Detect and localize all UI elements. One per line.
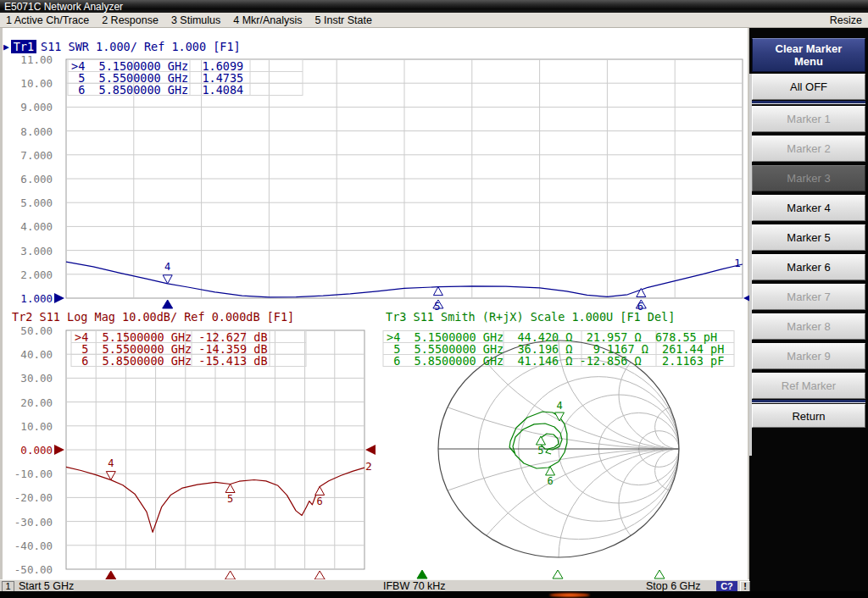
menu-stimulus[interactable]: 3 Stimulus xyxy=(171,14,220,26)
window-title: E5071C Network Analyzer xyxy=(4,1,123,13)
menu-active-ch-trace[interactable]: 1 Active Ch/Trace xyxy=(6,14,89,26)
softkey-return[interactable]: Return xyxy=(752,404,865,428)
calibration-status-badge: C? xyxy=(716,581,737,591)
menu-bar: 1 Active Ch/Trace 2 Response 3 Stimulus … xyxy=(0,13,868,28)
desktop-glow xyxy=(549,593,590,597)
sidebar-separator xyxy=(752,400,865,403)
softkey-marker-8[interactable]: Marker 8 xyxy=(752,313,865,340)
status-start-frequency: Start 5 GHz xyxy=(19,580,74,592)
instrument-display[interactable] xyxy=(0,28,749,579)
softkey-marker-2[interactable]: Marker 2 xyxy=(752,136,865,162)
menu-instr-state[interactable]: 5 Instr State xyxy=(315,14,372,26)
softkey-marker-1[interactable]: Marker 1 xyxy=(752,106,865,132)
softkey-marker-5[interactable]: Marker 5 xyxy=(752,224,865,251)
softkey-all-off[interactable]: All OFF xyxy=(752,74,865,100)
softkey-marker-4[interactable]: Marker 4 xyxy=(752,195,865,221)
instrument-screen: E5071C Network Analyzer 1 Active Ch/Trac… xyxy=(0,0,868,598)
softkey-sidebar: Clear MarkerMenu All OFFMarker 1Marker 2… xyxy=(749,28,868,598)
softkey-marker-7[interactable]: Marker 7 xyxy=(752,284,865,310)
softkey-ref-marker[interactable]: Ref Marker xyxy=(752,373,865,399)
window-titlebar: E5071C Network Analyzer xyxy=(0,0,868,13)
menu-resize[interactable]: Resize xyxy=(830,14,862,26)
sidebar-separator xyxy=(752,101,865,104)
softkey-marker-9[interactable]: Marker 9 xyxy=(752,343,865,369)
softkey-marker-6[interactable]: Marker 6 xyxy=(752,254,865,280)
menu-response[interactable]: 2 Response xyxy=(102,14,159,26)
desktop-strip xyxy=(0,591,868,598)
status-ifbw: IFBW 70 kHz xyxy=(383,580,446,592)
softkey-marker-3[interactable]: Marker 3 xyxy=(752,165,865,191)
softkey-menu-header: Clear MarkerMenu xyxy=(752,38,865,72)
status-bar: 1 Start 5 GHz IFBW 70 kHz Stop 6 GHz C? … xyxy=(0,579,749,591)
status-stop-frequency: Stop 6 GHz xyxy=(646,580,701,592)
menu-mkr-analysis[interactable]: 4 Mkr/Analysis xyxy=(233,14,302,26)
